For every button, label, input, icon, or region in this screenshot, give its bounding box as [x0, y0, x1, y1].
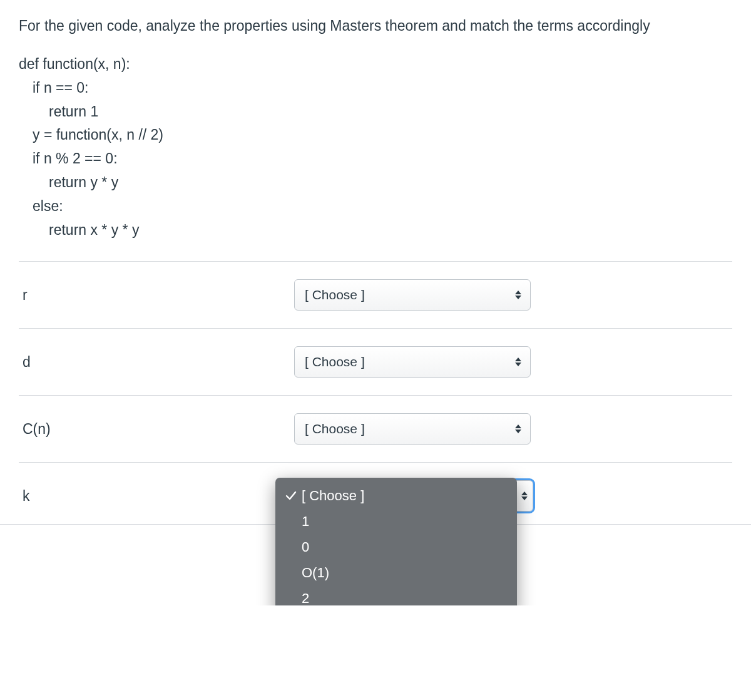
match-label: C(n): [19, 421, 294, 438]
code-line: def function(x, n):: [19, 53, 732, 76]
select-cn[interactable]: [ Choose ]: [294, 413, 531, 445]
select-box[interactable]: [ Choose ]: [294, 413, 531, 445]
code-line: return x * y * y: [19, 219, 732, 242]
select-box-focused[interactable]: [516, 480, 533, 512]
question-prompt: For the given code, analyze the properti…: [19, 15, 732, 38]
match-row-k: k [ Choose ] 1: [19, 462, 732, 568]
question-container: For the given code, analyze the properti…: [0, 0, 751, 605]
select-box[interactable]: [ Choose ]: [294, 279, 531, 311]
code-line: return 1: [19, 100, 732, 124]
select-box[interactable]: [ Choose ]: [294, 346, 531, 378]
dropdown-option-label: O(1): [302, 562, 329, 583]
dropdown-option-label: 2: [302, 588, 309, 605]
dropdown-option[interactable]: 2: [275, 585, 517, 605]
updown-caret-icon: [515, 291, 521, 299]
dropdown-option[interactable]: O(1): [275, 560, 517, 585]
match-row-r: r [ Choose ]: [19, 261, 732, 328]
match-row-cn: C(n) [ Choose ]: [19, 395, 732, 462]
match-label: d: [19, 354, 294, 371]
match-row-d: d [ Choose ]: [19, 328, 732, 395]
select-k[interactable]: [ Choose ] 1 0 O(1) 2: [294, 480, 531, 512]
code-line: else:: [19, 195, 732, 219]
dropdown-menu: [ Choose ] 1 0 O(1) 2: [275, 478, 517, 605]
code-line: if n % 2 == 0:: [19, 147, 732, 171]
select-d[interactable]: [ Choose ]: [294, 346, 531, 378]
code-line: return y * y: [19, 171, 732, 195]
updown-caret-icon: [515, 358, 521, 366]
code-block: def function(x, n): if n == 0: return 1 …: [19, 53, 732, 243]
dropdown-option-label: 1: [302, 511, 309, 532]
updown-caret-icon: [515, 425, 521, 433]
match-label: r: [19, 287, 294, 304]
code-line: if n == 0:: [19, 76, 732, 100]
match-label: k: [19, 488, 294, 505]
select-r[interactable]: [ Choose ]: [294, 279, 531, 311]
select-value: [ Choose ]: [305, 354, 365, 369]
dropdown-option[interactable]: [ Choose ]: [275, 483, 517, 508]
select-value: [ Choose ]: [305, 287, 365, 302]
updown-caret-icon: [521, 492, 528, 500]
check-icon: [285, 490, 302, 502]
dropdown-option[interactable]: 0: [275, 534, 517, 560]
code-line: y = function(x, n // 2): [19, 123, 732, 147]
dropdown-option-label: 0: [302, 537, 309, 557]
select-value: [ Choose ]: [305, 421, 365, 436]
dropdown-option[interactable]: 1: [275, 508, 517, 534]
dropdown-option-label: [ Choose ]: [302, 485, 364, 506]
